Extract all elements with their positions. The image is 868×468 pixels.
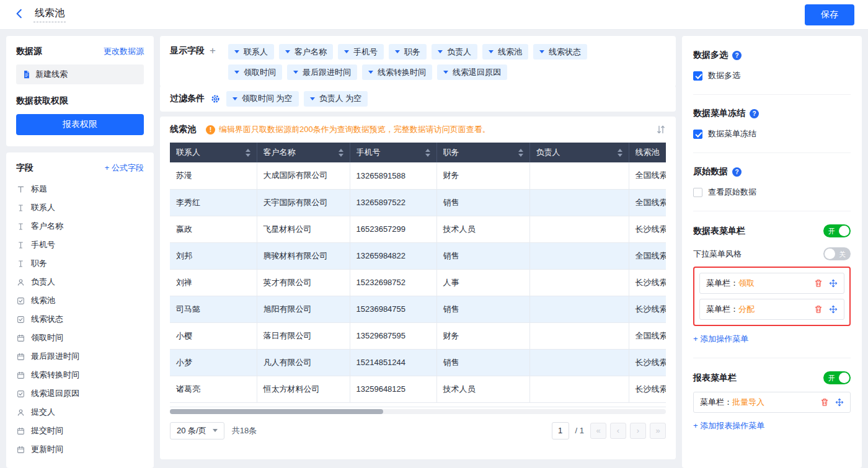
help-icon[interactable]: ? <box>732 167 742 177</box>
page-size-select[interactable]: 20 条/页 <box>170 422 224 439</box>
table-row[interactable]: 小梦凡人有限公司15214851244销售长沙线索池 <box>170 349 666 376</box>
cell: 全国线索池 <box>629 162 666 189</box>
checkbox[interactable] <box>693 130 702 139</box>
field-item[interactable]: 线索转换时间 <box>16 366 144 384</box>
field-item[interactable]: 负责人 <box>16 273 144 291</box>
add-report-action-menu-link[interactable]: + 添加报表操作菜单 <box>693 420 851 431</box>
column-header[interactable]: 负责人 <box>529 143 629 162</box>
filter-chip[interactable]: 领取时间 为空 <box>226 91 299 107</box>
field-item[interactable]: 线索池 <box>16 291 144 310</box>
table-row[interactable]: 小樱落日有限公司13529687595财务全国线索池 <box>170 322 666 349</box>
menu-freeze-checkbox-row[interactable]: 数据菜单冻结 <box>693 128 851 139</box>
checkbox[interactable] <box>693 188 702 197</box>
field-item[interactable]: 客户名称 <box>16 217 144 236</box>
field-item[interactable]: 手机号 <box>16 236 144 254</box>
display-field-chip[interactable]: 线索池 <box>482 44 528 60</box>
add-display-field-button[interactable]: + <box>210 45 216 56</box>
page-title[interactable]: 线索池 <box>33 7 66 22</box>
column-header[interactable]: 手机号 <box>350 143 436 162</box>
display-field-chip[interactable]: 领取时间 <box>228 64 282 80</box>
save-button[interactable]: 保存 <box>805 4 854 25</box>
table-row[interactable]: 刘邦腾骏材料有限公司13265984822销售全国线索池 <box>170 242 666 269</box>
filter-chip[interactable]: 负责人 为空 <box>304 91 368 107</box>
field-item[interactable]: 更新时间 <box>16 440 144 459</box>
next-page-button[interactable]: › <box>630 423 646 439</box>
field-item[interactable]: 线索退回原因 <box>16 384 144 403</box>
display-field-chip[interactable]: 手机号 <box>338 44 384 60</box>
back-button[interactable] <box>14 8 25 22</box>
field-item[interactable]: 最后跟进时间 <box>16 347 144 366</box>
menu-bar-item: 菜单栏：领取 <box>699 273 844 294</box>
change-datasource-link[interactable]: 更改数据源 <box>104 46 144 57</box>
dropdown-style-toggle[interactable]: 关 <box>823 247 851 260</box>
sort-arrows-icon[interactable] <box>513 149 523 157</box>
sort-arrows-icon[interactable] <box>334 149 343 157</box>
table-menu-toggle[interactable]: 开 <box>823 224 851 237</box>
chevron-left-icon <box>14 8 25 22</box>
field-label: 负责人 <box>31 276 55 288</box>
table-row[interactable]: 刘禅英才有限公司15232698752人事长沙线索池 <box>170 269 666 296</box>
checkbox[interactable] <box>693 71 702 81</box>
display-field-chip[interactable]: 最后跟进时间 <box>287 64 357 80</box>
sort-arrows-icon[interactable] <box>420 149 430 157</box>
delete-icon[interactable] <box>820 398 829 407</box>
delete-icon[interactable] <box>814 279 823 288</box>
field-item[interactable]: 提交时间 <box>16 422 144 440</box>
delete-icon[interactable] <box>814 305 823 314</box>
display-field-chip[interactable]: 线索转换时间 <box>362 64 432 80</box>
add-action-menu-link[interactable]: + 添加操作菜单 <box>693 333 851 345</box>
field-item[interactable]: 领取时间 <box>16 329 144 347</box>
field-item[interactable]: 联系人 <box>16 198 144 217</box>
field-label: 线索池 <box>31 295 55 306</box>
sort-order-button[interactable] <box>656 125 666 135</box>
table-row[interactable]: 司马懿旭阳有限公司15236984755销售长沙线索池 <box>170 296 666 322</box>
last-page-button[interactable]: » <box>650 423 666 439</box>
first-page-button[interactable]: « <box>590 423 606 439</box>
cell: 15236984755 <box>350 296 436 322</box>
help-icon[interactable]: ? <box>750 109 759 118</box>
display-field-chip[interactable]: 负责人 <box>432 44 477 60</box>
column-header[interactable]: 客户名称 <box>257 143 350 162</box>
move-icon[interactable] <box>829 279 838 288</box>
table-row[interactable]: 李秀红天宇国际有限公司13265897522销售全国线索池 <box>170 189 666 216</box>
column-header[interactable]: 线索池 <box>629 143 666 162</box>
current-page-input[interactable]: 1 <box>552 422 569 439</box>
column-header[interactable]: 职务 <box>436 143 529 162</box>
add-formula-field-link[interactable]: + 公式字段 <box>105 162 144 174</box>
sort-arrows-icon[interactable] <box>241 149 250 157</box>
field-item[interactable]: 提交人 <box>16 403 144 422</box>
cell: 刘禅 <box>170 269 257 296</box>
display-field-chip[interactable]: 线索退回原因 <box>437 64 507 80</box>
sort-arrows-icon[interactable] <box>613 149 622 157</box>
move-icon[interactable] <box>829 305 838 314</box>
table-row[interactable]: 诸葛亮恒太方材料公司13259648125技术人员长沙线索池 <box>170 376 666 402</box>
display-field-chip[interactable]: 职务 <box>389 44 427 60</box>
prev-page-button[interactable]: ‹ <box>610 423 626 439</box>
sort-arrows-icon[interactable] <box>660 149 660 157</box>
multi-select-checkbox-row[interactable]: 数据多选 <box>693 70 851 81</box>
gear-icon[interactable] <box>211 94 220 104</box>
report-menu-toggle[interactable]: 开 <box>823 371 851 384</box>
move-icon[interactable] <box>835 398 844 407</box>
cell: 小梦 <box>170 349 257 376</box>
field-item[interactable]: 线索状态 <box>16 310 144 329</box>
scrollbar-thumb[interactable] <box>170 409 383 414</box>
table-row[interactable]: 苏漫大成国际有限公司13265891588财务全国线索池 <box>170 162 666 189</box>
datasource-item[interactable]: 新建线索 <box>16 64 144 84</box>
display-field-chip[interactable]: 线索状态 <box>533 44 587 60</box>
field-item[interactable]: 职务 <box>16 254 144 273</box>
table-row[interactable]: 嬴政飞星材料公司16523657299技术人员长沙线索池 <box>170 216 666 242</box>
help-icon[interactable]: ? <box>732 51 742 60</box>
column-header[interactable]: 联系人 <box>170 143 257 162</box>
horizontal-scrollbar[interactable] <box>170 409 666 414</box>
cell: 技术人员 <box>436 376 529 402</box>
report-permission-button[interactable]: 报表权限 <box>16 114 144 135</box>
raw-data-checkbox-row[interactable]: 查看原始数据 <box>693 187 851 198</box>
display-field-chip[interactable]: 客户名称 <box>279 44 333 60</box>
text-icon <box>16 223 25 231</box>
field-item[interactable]: 标题 <box>16 180 144 198</box>
table-body: 苏漫大成国际有限公司13265891588财务全国线索池李秀红天宇国际有限公司1… <box>170 162 666 402</box>
data-table: 联系人客户名称手机号职务负责人线索池 苏漫大成国际有限公司13265891588… <box>170 143 666 403</box>
fields-title: 字段 <box>16 162 33 174</box>
display-field-chip[interactable]: 联系人 <box>228 44 274 60</box>
